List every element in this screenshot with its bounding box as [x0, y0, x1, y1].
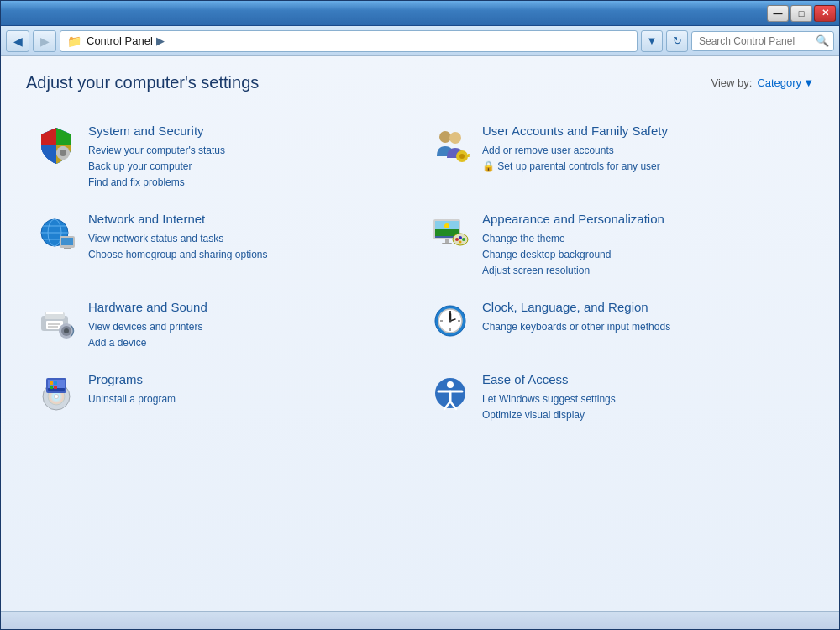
- clock-text: Clock, Language, and Region Change keybo…: [482, 299, 806, 335]
- viewby-value: Category: [757, 76, 801, 89]
- view-by-control: View by: Category ▼: [711, 76, 814, 89]
- svg-point-24: [444, 223, 449, 228]
- visual-display-link[interactable]: Optimize visual display: [482, 407, 806, 423]
- change-theme-link[interactable]: Change the theme: [482, 231, 806, 247]
- appearance-icon: [428, 211, 472, 255]
- svg-point-31: [462, 238, 465, 241]
- back-button[interactable]: ◀: [6, 30, 29, 52]
- page-title: Adjust your computer's settings: [26, 73, 259, 92]
- svg-point-63: [447, 381, 454, 388]
- add-device-link[interactable]: Add a device: [88, 335, 412, 351]
- appearance-title[interactable]: Appearance and Personalization: [482, 211, 806, 228]
- svg-rect-58: [50, 381, 53, 385]
- title-bar: — □ ✕: [1, 1, 839, 26]
- programs-icon: [34, 371, 78, 415]
- svg-point-9: [459, 154, 465, 159]
- svg-rect-2: [61, 146, 65, 149]
- network-status-link[interactable]: View network status and tasks: [88, 231, 412, 247]
- keyboard-methods-link[interactable]: Change keyboards or other input methods: [482, 319, 806, 335]
- category-ease-access: Ease of Access Let Windows suggest setti…: [420, 361, 814, 433]
- appearance-text: Appearance and Personalization Change th…: [482, 211, 806, 279]
- desktop-background-link[interactable]: Change desktop background: [482, 247, 806, 263]
- svg-point-54: [55, 395, 58, 398]
- parental-controls-link[interactable]: 🔒 Set up parental controls for any user: [482, 159, 806, 175]
- svg-rect-26: [445, 239, 449, 243]
- breadcrumb-arrow: ▶: [156, 34, 165, 47]
- clock-icon: [428, 299, 472, 343]
- dropdown-button[interactable]: ▼: [641, 30, 663, 52]
- network-icon: [34, 211, 78, 255]
- svg-rect-60: [50, 386, 53, 389]
- svg-rect-61: [54, 386, 57, 389]
- hardware-icon: [34, 299, 78, 343]
- ease-access-icon: [428, 371, 472, 415]
- viewby-label: View by:: [711, 76, 752, 89]
- svg-point-50: [449, 320, 452, 323]
- network-title[interactable]: Network and Internet: [88, 211, 412, 228]
- hardware-text: Hardware and Sound View devices and prin…: [88, 299, 412, 351]
- user-accounts-title[interactable]: User Accounts and Family Safety: [482, 123, 806, 139]
- clock-title[interactable]: Clock, Language, and Region: [482, 299, 806, 316]
- category-user-accounts: User Accounts and Family Safety Add or r…: [420, 113, 814, 201]
- programs-text: Programs Uninstall a program: [88, 371, 412, 407]
- svg-rect-4: [56, 151, 59, 155]
- svg-rect-27: [442, 243, 452, 244]
- svg-rect-59: [54, 381, 57, 385]
- user-accounts-text: User Accounts and Family Safety Add or r…: [482, 123, 806, 175]
- window-controls: — □ ✕: [767, 5, 836, 22]
- search-input[interactable]: [691, 31, 834, 51]
- main-window: — □ ✕ ◀ ▶ 📁 Control Panel ▶ ▼ ↻ 🔍 Adjust…: [0, 0, 840, 630]
- fix-problems-link[interactable]: Find and fix problems: [88, 175, 412, 191]
- category-clock: Clock, Language, and Region Change keybo…: [420, 289, 814, 361]
- ease-access-text: Ease of Access Let Windows suggest setti…: [482, 371, 806, 423]
- category-programs: Programs Uninstall a program: [26, 361, 420, 433]
- address-field[interactable]: 📁 Control Panel ▶: [60, 30, 638, 52]
- page-header: Adjust your computer's settings View by:…: [26, 73, 814, 92]
- search-container: 🔍: [691, 31, 834, 51]
- review-computer-link[interactable]: Review your computer's status: [88, 143, 412, 159]
- user-accounts-icon: [428, 123, 472, 166]
- maximize-button[interactable]: □: [790, 5, 812, 22]
- category-network: Network and Internet View network status…: [26, 201, 420, 289]
- svg-rect-11: [468, 154, 470, 155]
- windows-suggest-link[interactable]: Let Windows suggest settings: [482, 391, 806, 407]
- backup-computer-link[interactable]: Back up your computer: [88, 159, 412, 175]
- system-security-text: System and Security Review your computer…: [88, 123, 412, 191]
- svg-rect-10: [465, 155, 470, 157]
- hardware-title[interactable]: Hardware and Sound: [88, 299, 412, 316]
- category-hardware: Hardware and Sound View devices and prin…: [26, 289, 420, 361]
- svg-rect-5: [67, 151, 70, 155]
- viewby-dropdown[interactable]: Category ▼: [757, 76, 814, 89]
- svg-rect-19: [64, 248, 71, 249]
- system-security-title[interactable]: System and Security: [88, 123, 412, 139]
- svg-point-32: [459, 241, 462, 244]
- homegroup-link[interactable]: Choose homegroup and sharing options: [88, 247, 412, 263]
- category-system-security: System and Security Review your computer…: [26, 113, 420, 201]
- folder-icon: 📁: [67, 34, 81, 48]
- add-remove-users-link[interactable]: Add or remove user accounts: [482, 143, 806, 159]
- refresh-button[interactable]: ↻: [666, 30, 688, 52]
- minimize-button[interactable]: —: [767, 5, 789, 22]
- svg-point-30: [459, 236, 462, 239]
- ease-access-title[interactable]: Ease of Access: [482, 371, 806, 388]
- svg-rect-18: [61, 238, 73, 245]
- forward-button[interactable]: ▶: [33, 30, 56, 52]
- breadcrumb-path: Control Panel: [87, 34, 153, 47]
- system-security-icon: [34, 123, 78, 166]
- svg-point-6: [439, 131, 451, 143]
- svg-point-41: [64, 328, 69, 333]
- uninstall-program-link[interactable]: Uninstall a program: [88, 391, 412, 407]
- screen-resolution-link[interactable]: Adjust screen resolution: [482, 263, 806, 279]
- programs-title[interactable]: Programs: [88, 371, 412, 388]
- content-area: Adjust your computer's settings View by:…: [1, 56, 839, 611]
- network-text: Network and Internet View network status…: [88, 211, 412, 263]
- close-button[interactable]: ✕: [814, 5, 836, 22]
- view-devices-link[interactable]: View devices and printers: [88, 319, 412, 335]
- dropdown-arrow-icon: ▼: [803, 76, 814, 89]
- category-appearance: Appearance and Personalization Change th…: [420, 201, 814, 289]
- svg-point-29: [455, 238, 459, 241]
- status-bar: [1, 611, 839, 629]
- svg-point-7: [449, 132, 461, 144]
- svg-rect-38: [46, 312, 63, 314]
- svg-rect-3: [61, 157, 65, 160]
